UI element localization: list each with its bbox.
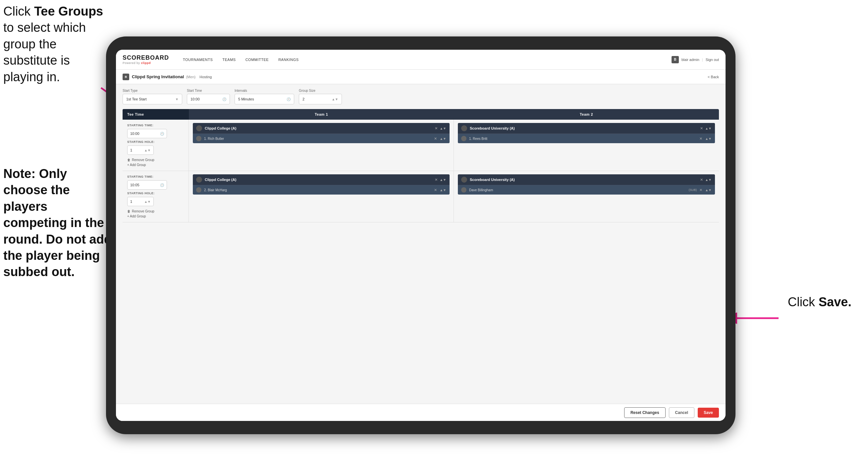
tee-actions-2: 🗑 Remove Group + Add Group [127, 209, 184, 218]
back-button[interactable]: < Back [708, 75, 719, 79]
team1-card-header-1: Clippd College (A) ✕ ▲▼ [193, 123, 450, 134]
hole-chevron-1: ▲▼ [144, 148, 151, 152]
click-save-label: Click Save. [788, 295, 851, 309]
starting-time-input-1[interactable]: 10:00 🕙 [127, 129, 167, 138]
group-row: STARTING TIME: 10:00 🕙 STARTING HOLE: 1 … [123, 120, 719, 171]
start-type-input[interactable]: 1st Tee Start ▼ [123, 94, 182, 105]
team2-logo-2 [461, 177, 467, 183]
player-row-1-2: 2. Blair McHarg ✕ ▲▼ [193, 185, 450, 195]
starting-time-input-2[interactable]: 10:05 🕙 [127, 180, 167, 189]
team1-card-1: Clippd College (A) ✕ ▲▼ 1. Rich Butler ✕ [193, 123, 450, 143]
reset-changes-button[interactable]: Reset Changes [624, 407, 665, 418]
note-text: Note: Only choose the players competing … [3, 166, 113, 281]
note-bold: Note: Only choose the players competing … [3, 167, 112, 279]
table-header: Tee Time Team 1 Team 2 [123, 109, 719, 120]
player1-name-1: 1. Rich Butler [204, 137, 431, 141]
start-type-chevron: ▼ [175, 97, 179, 101]
player2-remove-1[interactable]: ✕ [700, 137, 702, 141]
team1-card-2: Clippd College (A) ✕ ▲▼ 2. Blair McHarg … [193, 174, 450, 195]
nav-bar: SCOREBOARD Powered by clippd TOURNAMENTS… [116, 50, 725, 69]
start-time-chevron: 🕙 [222, 97, 226, 101]
intervals-field: Intervals 5 Minutes 🕙 [235, 89, 294, 105]
team1-logo-1 [196, 125, 202, 131]
tee-time-col-1: STARTING TIME: 10:00 🕙 STARTING HOLE: 1 … [123, 120, 189, 171]
player1-logo-1 [196, 136, 202, 141]
remove-group-2[interactable]: 🗑 Remove Group [127, 209, 184, 213]
content-area: Start Type 1st Tee Start ▼ Start Time 10… [116, 84, 725, 404]
col-tee-time: Tee Time [123, 109, 189, 120]
nav-teams[interactable]: TEAMS [218, 56, 240, 63]
tee-groups-bold: Tee Groups [34, 4, 103, 18]
nav-links: TOURNAMENTS TEAMS COMMITTEE RANKINGS [179, 56, 672, 63]
starting-hole-input-1[interactable]: 1 ▲▼ [127, 146, 154, 155]
player1-remove-1[interactable]: ✕ [434, 137, 437, 141]
team1-card-header-2: Clippd College (A) ✕ ▲▼ [193, 174, 450, 185]
nav-right: B blair admin | Sign out [672, 56, 719, 63]
player2-logo-2 [461, 187, 466, 193]
nav-avatar: B [672, 56, 679, 63]
instruction-text: Click Tee Groups to select which group t… [3, 3, 106, 85]
save-button[interactable]: Save [698, 408, 719, 418]
team2-chevron-1[interactable]: ▲▼ [705, 126, 712, 130]
tee-time-col-2: STARTING TIME: 10:05 🕙 STARTING HOLE: 1 … [123, 171, 189, 222]
team2-remove-1[interactable]: ✕ [700, 126, 703, 130]
add-group-2[interactable]: + Add Group [127, 214, 184, 218]
team1-remove-1[interactable]: ✕ [435, 126, 438, 130]
player2-name-1: 1. Rees Britt [469, 137, 697, 141]
player2-chevron-2: ▲▼ [705, 188, 712, 192]
time-chevron-1: 🕙 [160, 132, 164, 136]
nav-rankings[interactable]: RANKINGS [274, 56, 303, 63]
starting-time-label-1: STARTING TIME: [127, 124, 184, 127]
team2-chevron-2[interactable]: ▲▼ [705, 178, 712, 182]
group-size-label: Group Size [299, 89, 342, 92]
player2-remove-2[interactable]: ✕ [700, 188, 702, 192]
player1-remove-2[interactable]: ✕ [434, 188, 437, 192]
team2-col-1: Scoreboard University (A) ✕ ▲▼ 1. Rees B… [454, 120, 719, 171]
nav-committee[interactable]: COMMITTEE [242, 56, 273, 63]
starting-hole-label-1: STARTING HOLE: [127, 140, 184, 144]
col-team1: Team 1 [189, 109, 454, 120]
group-size-input[interactable]: 2 ▲▼ [299, 94, 342, 105]
team1-col-1: Clippd College (A) ✕ ▲▼ 1. Rich Butler ✕ [189, 120, 454, 171]
team2-card-1: Scoreboard University (A) ✕ ▲▼ 1. Rees B… [458, 123, 715, 143]
remove-group-1[interactable]: 🗑 Remove Group [127, 158, 184, 162]
player-row-2-1: 1. Rees Britt ✕ ▲▼ [458, 134, 715, 143]
cancel-button[interactable]: Cancel [669, 407, 694, 418]
group-size-field: Group Size 2 ▲▼ [299, 89, 342, 105]
player2-logo-1 [461, 136, 466, 141]
team1-name-2: Clippd College (A) [205, 178, 432, 182]
player2-name-2: Dave Billingham [469, 188, 686, 192]
team2-remove-2[interactable]: ✕ [700, 178, 703, 182]
start-time-input[interactable]: 10:00 🕙 [187, 94, 230, 105]
team1-logo-2 [196, 177, 202, 183]
team1-remove-2[interactable]: ✕ [435, 178, 438, 182]
team1-controls-2: ✕ ▲▼ [435, 178, 446, 182]
starting-hole-label-2: STARTING HOLE: [127, 192, 184, 195]
player1-chevron-2: ▲▼ [440, 188, 446, 192]
tee-actions-1: 🗑 Remove Group + Add Group [127, 158, 184, 167]
sub-header-title: Clippd Spring Invitational [132, 74, 184, 79]
team1-chevron-2[interactable]: ▲▼ [440, 178, 446, 182]
team2-logo-1 [461, 125, 467, 131]
intervals-chevron: 🕙 [286, 97, 290, 101]
starting-hole-input-2[interactable]: 1 ▲▼ [127, 197, 154, 206]
nav-signout[interactable]: Sign out [706, 58, 719, 62]
intervals-input[interactable]: 5 Minutes 🕙 [235, 94, 294, 105]
sub-header-hosting: Hosting [199, 75, 212, 79]
hole-chevron-2: ▲▼ [144, 200, 151, 204]
team2-name-2: Scoreboard University (A) [470, 178, 698, 182]
settings-row: Start Type 1st Tee Start ▼ Start Time 10… [123, 89, 719, 105]
add-group-1[interactable]: + Add Group [127, 163, 184, 167]
starting-time-label-2: STARTING TIME: [127, 175, 184, 178]
intervals-label: Intervals [235, 89, 294, 92]
team2-card-2: Scoreboard University (A) ✕ ▲▼ Dave Bill… [458, 174, 715, 195]
team2-controls-1: ✕ ▲▼ [700, 126, 712, 130]
nav-tournaments[interactable]: TOURNAMENTS [179, 56, 217, 63]
time-chevron-2: 🕙 [160, 183, 164, 187]
team2-card-header-1: Scoreboard University (A) ✕ ▲▼ [458, 123, 715, 134]
team2-name-1: Scoreboard University (A) [470, 126, 698, 130]
team1-controls-1: ✕ ▲▼ [435, 126, 446, 130]
player2-tag-2: (SUB) [689, 188, 697, 192]
group-size-chevron: ▲▼ [332, 97, 338, 101]
team1-chevron-1[interactable]: ▲▼ [440, 126, 446, 130]
